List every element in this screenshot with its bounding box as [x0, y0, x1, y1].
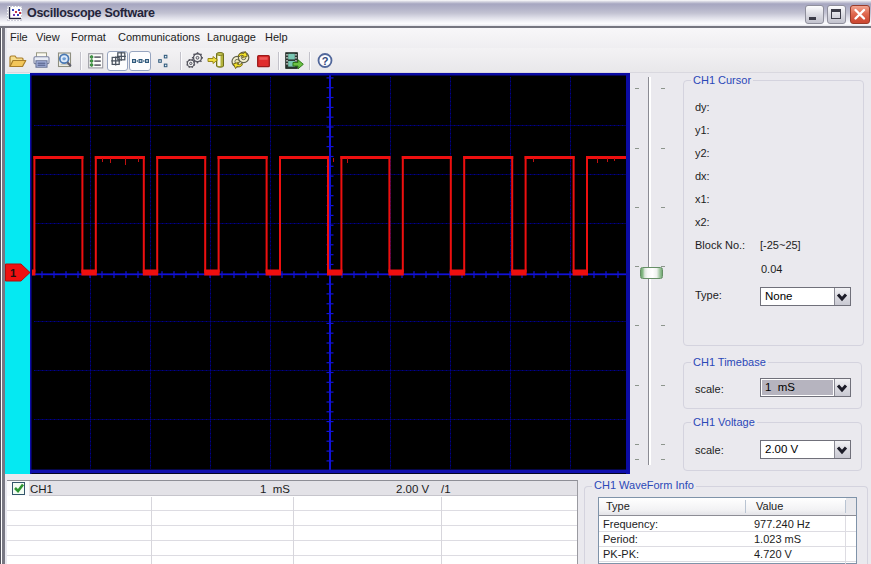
svg-text:1: 1 [10, 267, 16, 279]
svg-text:?: ? [322, 55, 329, 67]
